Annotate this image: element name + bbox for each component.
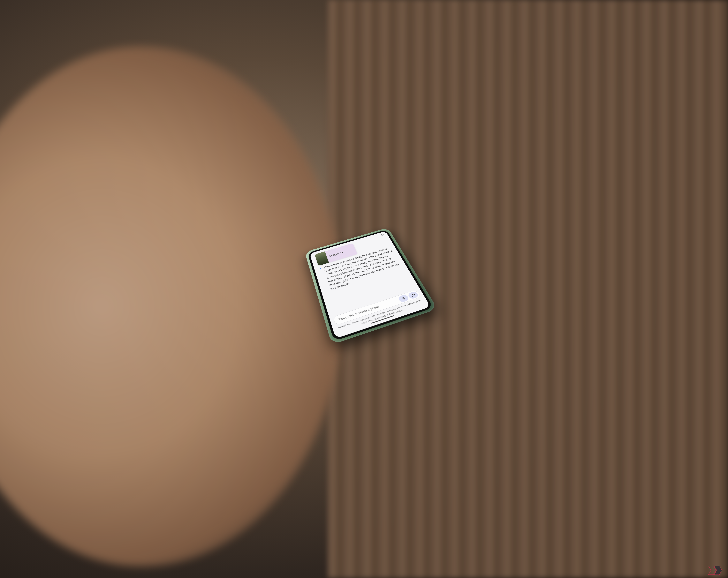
- site-watermark-logo: [706, 564, 725, 575]
- svg-line-1: [404, 299, 404, 300]
- read-aloud-button[interactable]: [380, 233, 385, 236]
- io-logo-icon: [340, 251, 343, 254]
- photo-scene: Google This article discusses Google's r…: [0, 0, 728, 578]
- hand-holding-phone: [0, 46, 342, 567]
- camera-button[interactable]: [407, 291, 419, 300]
- svg-rect-0: [402, 297, 404, 299]
- thumbnail-image: [315, 251, 329, 266]
- microphone-button[interactable]: [398, 294, 410, 303]
- gemini-spark-icon: [318, 267, 322, 270]
- google-logo-text: Google: [328, 252, 340, 258]
- svg-point-2: [413, 295, 414, 296]
